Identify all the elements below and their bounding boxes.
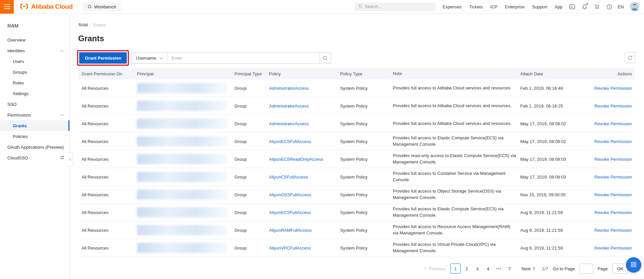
- topbar-link[interactable]: Tickets: [469, 4, 483, 9]
- page-number-button[interactable]: 7: [505, 264, 514, 274]
- sidebar-item-permissions[interactable]: Permissions: [0, 110, 69, 120]
- table-row: All Resources Group AdministratorAccess …: [78, 97, 635, 115]
- annotation-highlight-box: Grant Permission: [77, 50, 129, 66]
- page-number-button[interactable]: 3: [473, 264, 482, 274]
- previous-page-button[interactable]: Previous: [424, 266, 446, 271]
- page-number-button[interactable]: 1: [450, 264, 461, 274]
- table-row: All Resources Group AdministratorAccess …: [78, 115, 635, 133]
- cell-grant-permission-on: All Resources: [78, 139, 137, 144]
- column-header: Principal Type: [234, 71, 269, 76]
- sidebar-item-groups[interactable]: Groups: [0, 67, 69, 77]
- policy-link[interactable]: AliyunECSFullAccess: [269, 139, 311, 144]
- revoke-permission-link[interactable]: Revoke Permission: [594, 139, 632, 144]
- cell-note: Provides read-only access to Elastic Com…: [393, 153, 520, 165]
- cell-grant-permission-on: All Resources: [78, 175, 137, 180]
- grant-permission-button[interactable]: Grant Permission: [79, 52, 127, 64]
- cell-attach-date: May 17, 2019, 08:08:03: [520, 175, 594, 180]
- policy-link[interactable]: AdministratorAccess: [269, 103, 309, 109]
- global-search-input[interactable]: Search...: [355, 3, 435, 11]
- revoke-permission-link[interactable]: Revoke Permission: [594, 210, 632, 215]
- policy-link[interactable]: AliyunRAMFullAccess: [269, 228, 312, 233]
- sidebar-collapse-handle[interactable]: [68, 152, 73, 166]
- widgets-fab-button[interactable]: [626, 257, 641, 273]
- principal-redacted-block: [137, 225, 227, 235]
- cell-principal: [137, 225, 234, 235]
- cell-principal: [137, 136, 234, 146]
- pagination: Previous 1 2 3 4 ••• 7 Next 1/7 Go to Pa…: [424, 262, 628, 275]
- table-header-row: Grant Permission On Principal Principal …: [78, 68, 635, 79]
- sidebar-item-sso[interactable]: SSO: [0, 99, 69, 110]
- cell-principal-type: Group: [234, 246, 269, 251]
- revoke-permission-link[interactable]: Revoke Permission: [594, 192, 632, 197]
- policy-link[interactable]: AdministratorAccess: [269, 121, 309, 126]
- revoke-permission-link[interactable]: Revoke Permission: [594, 86, 632, 91]
- policy-link[interactable]: AliyunECSFullAccess: [269, 210, 311, 215]
- alibaba-cloud-logo[interactable]: Alibaba Cloud: [19, 3, 73, 11]
- principal-redacted-block: [137, 136, 227, 146]
- topbar: Alibaba Cloud Workbench Search... Expens…: [0, 0, 644, 14]
- breadcrumb-root[interactable]: RAM: [78, 23, 88, 27]
- cell-principal-type: Group: [234, 139, 269, 144]
- cell-grant-permission-on: All Resources: [78, 157, 137, 162]
- filter-search-input[interactable]: [168, 53, 319, 63]
- sidebar-item-settings[interactable]: Settings: [0, 88, 69, 99]
- sidebar-item-roles[interactable]: Roles: [0, 77, 69, 88]
- cell-principal-type: Group: [234, 228, 269, 233]
- console-icon[interactable]: [569, 4, 575, 10]
- sidebar-item-policies[interactable]: Policies: [0, 131, 69, 142]
- filter-field-select[interactable]: Username: [132, 53, 168, 63]
- topbar-link[interactable]: Expenses: [443, 4, 462, 9]
- sidebar-item-oauth-applications-preview[interactable]: OAuth Applications (Preview): [0, 142, 69, 152]
- cart-icon[interactable]: [594, 4, 600, 10]
- revoke-permission-link[interactable]: Revoke Permission: [594, 175, 632, 180]
- goto-page-input[interactable]: [580, 264, 593, 274]
- revoke-permission-link[interactable]: Revoke Permission: [594, 228, 632, 233]
- alibaba-logo-icon: [19, 3, 29, 11]
- help-icon[interactable]: ?: [606, 4, 612, 10]
- policy-link[interactable]: AliyunVPCFullAccess: [269, 246, 311, 251]
- policy-link[interactable]: AdministratorAccess: [269, 86, 309, 91]
- refresh-button[interactable]: [625, 52, 635, 63]
- menu-icon[interactable]: [0, 0, 14, 14]
- topbar-link[interactable]: Support: [532, 4, 547, 9]
- cell-grant-permission-on: All Resources: [78, 246, 137, 251]
- topbar-link[interactable]: Enterprise: [505, 4, 525, 9]
- page-number-button[interactable]: 2: [462, 264, 471, 274]
- column-header: Attach Date: [520, 71, 594, 76]
- revoke-permission-link[interactable]: Revoke Permission: [594, 246, 632, 251]
- avatar[interactable]: [630, 2, 639, 11]
- topbar-link[interactable]: ICP: [490, 4, 497, 9]
- policy-link[interactable]: AliyunOSSFullAccess: [269, 192, 311, 197]
- page-number-button[interactable]: 4: [483, 264, 493, 274]
- language-selector[interactable]: EN: [618, 4, 624, 9]
- revoke-permission-link[interactable]: Revoke Permission: [594, 103, 632, 109]
- next-page-button[interactable]: Next: [522, 266, 535, 271]
- policy-link[interactable]: AliyunCSFullAccess: [269, 175, 308, 180]
- cell-principal-type: Group: [234, 103, 269, 109]
- policy-link[interactable]: AliyunECSReadOnlyAccess: [269, 157, 323, 162]
- workbench-button[interactable]: Workbench: [83, 2, 121, 11]
- bell-icon[interactable]: [582, 4, 588, 10]
- principal-redacted-block: [137, 101, 227, 111]
- column-header: Policy: [269, 71, 340, 76]
- cell-principal: [137, 190, 234, 200]
- cell-note: Provides full access to Elastic Compute …: [393, 206, 520, 219]
- principal-redacted-block: [137, 119, 227, 129]
- principal-redacted-block: [137, 243, 227, 253]
- sidebar-item-grants[interactable]: Grants: [0, 120, 69, 131]
- revoke-permission-link[interactable]: Revoke Permission: [594, 157, 632, 162]
- principal-redacted-block: [137, 172, 227, 182]
- column-header: Grant Permission On: [78, 71, 137, 76]
- breadcrumb-current: Grants: [93, 23, 106, 27]
- sidebar-item-cloudsso[interactable]: CloudSSO: [0, 152, 69, 163]
- external-link-icon: [60, 155, 64, 160]
- table-row: All Resources Group AliyunECSFullAccess …: [78, 133, 635, 150]
- sidebar-item-users[interactable]: Users: [0, 56, 69, 67]
- sidebar-item-identities[interactable]: Identities: [0, 45, 69, 56]
- revoke-permission-link[interactable]: Revoke Permission: [594, 121, 632, 126]
- sidebar-item-overview[interactable]: Overview: [0, 34, 69, 45]
- topbar-link[interactable]: App: [555, 4, 562, 9]
- table-row: All Resources Group AdministratorAccess …: [78, 79, 635, 97]
- search-submit-button[interactable]: [319, 53, 331, 63]
- cell-principal-type: Group: [234, 210, 269, 215]
